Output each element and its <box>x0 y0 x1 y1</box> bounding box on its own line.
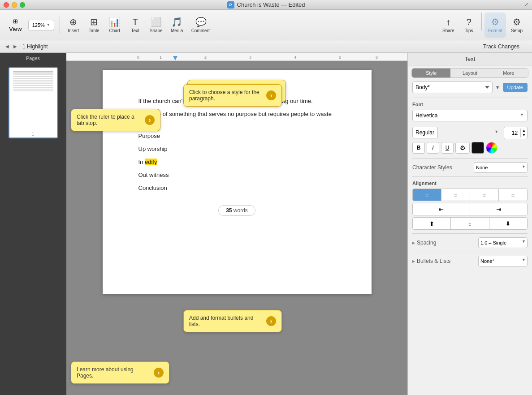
sub-tab-style[interactable]: Style <box>412 69 450 77</box>
setup-button[interactable]: ⚙ Setup <box>507 13 527 38</box>
tooltip-ruler-arrow[interactable]: › <box>145 115 155 125</box>
tooltip-bullets: Add and format bullets and lists. › <box>183 310 282 332</box>
resize-icon: ⤢ <box>524 2 528 8</box>
bullets-triangle-icon: ▶ <box>412 259 415 263</box>
tooltip-ruler: Click the ruler to place a tab stop. › <box>71 109 160 131</box>
tooltip-bullets-text: Add and format bullets and lists. <box>189 315 263 327</box>
shape-button[interactable]: ⬜ Shape <box>146 13 166 38</box>
align-right-button[interactable]: ≡ <box>470 189 499 201</box>
char-style-row: Character Styles None ▼ <box>412 162 528 173</box>
zoom-arrow-icon: ▼ <box>47 23 50 27</box>
traffic-lights[interactable] <box>4 2 25 8</box>
ruler-marker[interactable] <box>173 56 177 60</box>
chart-button[interactable]: 📊 Chart <box>105 13 125 38</box>
thumb-line <box>13 87 53 88</box>
align-justify-button[interactable]: ≡ <box>499 189 527 201</box>
comment-button[interactable]: 💬 Comment <box>188 13 214 38</box>
minimize-button[interactable] <box>12 2 17 8</box>
prev-arrow[interactable]: ◀ <box>4 43 11 50</box>
alignment-section: Alignment ≡ ≡ ≡ ≡ ⇤ ⇥ ⬆ ↕ ⬇ <box>412 180 528 230</box>
toolbar-right: ↑ Share ? Tips ⚙ Format ⚙ Setup <box>438 13 527 38</box>
ruler-tick-2: 2 <box>204 55 207 60</box>
ruler[interactable]: 0 1 2 3 4 5 6 <box>66 53 407 61</box>
format-button[interactable]: ⚙ Format <box>484 13 506 38</box>
indent-left-button[interactable]: ⇤ <box>413 203 470 215</box>
doc-line-4: Up worship <box>138 145 336 154</box>
valign-middle-button[interactable]: ↕ <box>451 218 489 229</box>
para-style-dropdown-arrow[interactable]: ▼ <box>495 85 500 90</box>
text-button[interactable]: T Text <box>125 13 145 38</box>
share-button[interactable]: ↑ Share <box>438 13 458 38</box>
tips-button[interactable]: ? Tips <box>459 13 479 38</box>
color-swatch[interactable] <box>471 142 484 154</box>
divider-2 <box>412 158 528 159</box>
para-style-row: Body* ▼ Update <box>412 82 528 93</box>
bullets-label[interactable]: ▶ Bullets & Lists <box>412 258 450 264</box>
nav-arrows[interactable]: ◀ ▶ <box>4 43 19 50</box>
comment-icon: 💬 <box>195 17 207 27</box>
document-area[interactable]: 0 1 2 3 4 5 6 If the church can't serve … <box>66 53 407 395</box>
font-section: Font Helvetica ▼ Regular ▼ <box>412 102 528 154</box>
spacing-label[interactable]: ▶ Spacing <box>412 240 436 246</box>
spacing-row: ▶ Spacing 1.0 – Single ▼ <box>412 237 528 248</box>
secondary-bar: ◀ ▶ 1 Highlight Track Changes <box>0 40 532 53</box>
format-icon: ⚙ <box>491 17 499 27</box>
indent-right-button[interactable]: ⇥ <box>470 203 527 215</box>
sub-tab-layout[interactable]: Layout <box>450 69 489 77</box>
align-center-button[interactable]: ≡ <box>441 189 470 201</box>
toolbar: ⊞ View 125% ▼ ⊕ Insert ⊞ Table 📊 Chart T… <box>0 10 532 40</box>
table-button[interactable]: ⊞ Table <box>84 13 104 38</box>
media-button[interactable]: 🎵 Media <box>167 13 187 38</box>
italic-button[interactable]: I <box>427 142 439 154</box>
update-button[interactable]: Update <box>503 83 528 92</box>
next-arrow[interactable]: ▶ <box>12 43 19 50</box>
main-layout: Pages 1 0 1 <box>0 53 532 395</box>
underline-button[interactable]: U <box>441 142 454 154</box>
tooltip-learn-arrow[interactable]: › <box>154 368 164 378</box>
app-icon: P <box>227 1 234 9</box>
zoom-dropdown[interactable]: 125% ▼ <box>28 20 54 30</box>
font-size-down[interactable]: ▼ <box>522 133 526 137</box>
toolbar-separator-1 <box>60 16 60 34</box>
thumb-line <box>13 73 53 73</box>
thumb-inner <box>9 68 57 131</box>
font-style-select[interactable]: Regular <box>412 127 438 138</box>
fullscreen-button[interactable] <box>20 2 25 8</box>
word-count-label: words <box>234 207 248 214</box>
para-style-select[interactable]: Body* <box>412 82 493 93</box>
panel-title: Text <box>408 53 532 65</box>
font-family-select[interactable]: Helvetica <box>412 110 528 121</box>
doc-line-2: Example of something that serves no purp… <box>138 110 336 129</box>
divider-5 <box>412 252 528 252</box>
tooltip-bullets-arrow[interactable]: › <box>266 316 276 326</box>
tooltip-style-arrow[interactable]: › <box>266 90 276 100</box>
thumb-line <box>13 78 53 79</box>
tooltip-ruler-text: Click the ruler to place a tab stop. <box>77 114 141 126</box>
doc-line-3: Purpose <box>138 132 336 141</box>
thumb-line <box>13 82 53 82</box>
tooltip-style: Click to choose a style for the paragrap… <box>183 84 282 107</box>
view-button[interactable]: ⊞ View <box>5 13 26 38</box>
divider-1 <box>412 98 528 98</box>
insert-button[interactable]: ⊕ Insert <box>64 13 83 38</box>
setup-icon: ⚙ <box>513 17 521 27</box>
char-style-label: Character Styles <box>412 164 452 171</box>
page-thumbnail[interactable]: 1 <box>9 67 58 138</box>
sub-tab-more[interactable]: More <box>489 69 528 77</box>
valign-top-button[interactable]: ⬆ <box>413 218 451 229</box>
divider-4 <box>412 233 528 234</box>
align-left-button[interactable]: ≡ <box>413 189 441 201</box>
toolbar-separator-2 <box>481 13 482 30</box>
bullets-row: ▶ Bullets & Lists None* ▼ <box>412 256 528 266</box>
color-wheel[interactable] <box>486 142 497 154</box>
font-size-input[interactable] <box>504 127 520 139</box>
valign-bottom-button[interactable]: ⬇ <box>489 218 527 229</box>
char-style-select[interactable]: None <box>474 162 528 173</box>
font-size-up[interactable]: ▲ <box>522 129 526 133</box>
bold-button[interactable]: B <box>412 142 425 154</box>
close-button[interactable] <box>4 2 9 8</box>
text-options-button[interactable]: ⚙ <box>455 142 470 154</box>
bullets-select[interactable]: None* <box>478 256 528 266</box>
thumb-line <box>13 83 53 84</box>
spacing-select[interactable]: 1.0 – Single <box>478 237 528 248</box>
